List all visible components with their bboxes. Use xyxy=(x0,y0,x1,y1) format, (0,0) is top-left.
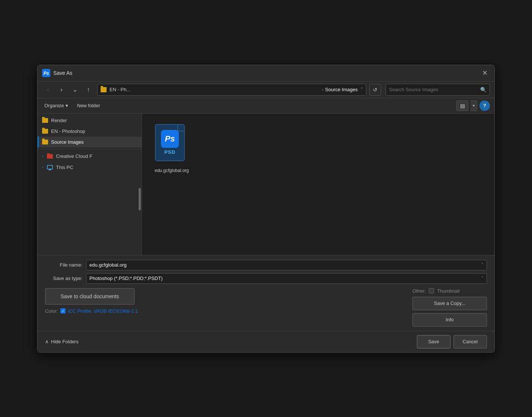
bottom-area: File name: edu.gcfglobal.org ˅ Save as t… xyxy=(38,255,494,331)
back-button[interactable]: ‹ xyxy=(42,84,54,96)
sidebar-separator xyxy=(38,149,142,149)
color-label: Color: xyxy=(45,308,58,314)
main-area: Render EN - Photoshop Source Images › xyxy=(38,114,494,255)
filename-dropdown-icon: ˅ xyxy=(481,262,484,267)
svg-rect-2 xyxy=(47,154,53,159)
folder-icon xyxy=(42,118,48,123)
save-button[interactable]: Save xyxy=(417,335,450,348)
svg-rect-4 xyxy=(47,165,53,169)
filename-label: File name: xyxy=(45,262,86,268)
sidebar-item-label: EN - Photoshop xyxy=(51,128,85,134)
forward-button[interactable]: › xyxy=(56,84,67,96)
toolbar-right: ▤ ▾ ? xyxy=(456,101,490,111)
savetype-row: Save as type: Photoshop (*.PSD;*.PDD;*.P… xyxy=(45,273,487,284)
svg-text:Ps: Ps xyxy=(44,71,49,76)
view-dropdown-button[interactable]: ▾ xyxy=(471,101,477,111)
sidebar-item-render[interactable]: Render xyxy=(38,115,142,126)
organize-chevron: ▾ xyxy=(66,103,68,108)
corner-fold xyxy=(177,125,184,131)
save-cloud-label: Save to cloud documents xyxy=(60,293,119,299)
recent-locations-button[interactable]: ⌄ xyxy=(69,84,81,96)
organize-button[interactable]: Organize ▾ xyxy=(42,101,70,110)
bottom-right: Other: Thumbnail Save a Copy... Info xyxy=(412,288,487,327)
save-as-dialog: Ps Save As ✕ ‹ › ⌄ ↑ EN - Ph... › Source… xyxy=(37,65,495,353)
new-folder-button[interactable]: New folder xyxy=(75,101,102,110)
other-label: Other: xyxy=(412,288,426,294)
svg-rect-6 xyxy=(48,170,51,170)
close-button[interactable]: ✕ xyxy=(479,68,490,78)
navigation-bar: ‹ › ⌄ ↑ EN - Ph... › Source Images ˅ ↺ 🔍 xyxy=(38,82,494,98)
color-profile-text: ICC Profile: sRGB IEC61966-2.1 xyxy=(68,308,138,314)
filename-value: edu.gcfglobal.org xyxy=(89,262,127,268)
breadcrumb-folder-icon xyxy=(101,87,107,92)
hide-folders-button[interactable]: ∧ Hide Folders xyxy=(45,339,79,344)
ps-app-icon: Ps xyxy=(42,69,50,77)
save-copy-button[interactable]: Save a Copy... xyxy=(412,297,487,310)
psd-file-icon: Ps PSD xyxy=(155,124,189,165)
save-copy-label: Save a Copy... xyxy=(434,300,465,306)
sidebar-item-label: Source Images xyxy=(51,139,83,145)
sidebar-item-this-pc[interactable]: › This PC xyxy=(38,162,142,173)
cancel-button[interactable]: Cancel xyxy=(453,335,487,348)
scrollbar-thumb[interactable] xyxy=(139,188,141,210)
filename-input[interactable]: edu.gcfglobal.org ˅ xyxy=(86,260,487,270)
info-label: Info xyxy=(446,317,454,322)
expand-icon: › xyxy=(42,154,43,158)
cc-folder-icon xyxy=(47,153,53,159)
breadcrumb-current: Source Images xyxy=(325,87,358,92)
color-checkbox[interactable]: ✓ xyxy=(60,308,66,313)
folder-icon xyxy=(42,129,48,134)
footer: ∧ Hide Folders Save Cancel xyxy=(38,331,494,352)
view-button[interactable]: ▤ xyxy=(456,101,468,111)
ps-logo-text: Ps xyxy=(165,134,175,144)
up-button[interactable]: ↑ xyxy=(82,84,94,96)
breadcrumb-bar[interactable]: EN - Ph... › Source Images ˅ xyxy=(97,84,366,96)
sidebar-item-en-photoshop[interactable]: EN - Photoshop xyxy=(38,126,142,137)
thumbnail-checkbox[interactable] xyxy=(429,288,434,293)
info-button[interactable]: Info xyxy=(412,313,487,327)
hide-folders-label: Hide Folders xyxy=(51,339,79,344)
sidebar-item-creative-cloud[interactable]: › Creative Cloud F xyxy=(38,151,142,162)
breadcrumb-separator: › xyxy=(322,87,323,92)
help-button[interactable]: ? xyxy=(479,101,490,111)
other-row: Other: Thumbnail xyxy=(412,288,460,294)
filename-row: File name: edu.gcfglobal.org ˅ xyxy=(45,260,487,270)
search-input[interactable] xyxy=(389,87,478,92)
sidebar-item-label: Creative Cloud F xyxy=(56,153,92,159)
savetype-input[interactable]: Photoshop (*.PSD;*.PDD;*.PSDT) ˅ xyxy=(86,273,487,284)
bottom-controls: Save to cloud documents Color: ✓ ICC Pro… xyxy=(45,288,487,327)
sidebar-item-source-images[interactable]: Source Images xyxy=(38,137,142,147)
ps-logo: Ps xyxy=(161,130,179,148)
toolbar: Organize ▾ New folder ▤ ▾ ? xyxy=(38,98,494,114)
hide-folders-chevron: ∧ xyxy=(45,339,49,344)
titlebar: Ps Save As ✕ xyxy=(38,65,494,82)
thumbnail-label: Thumbnail xyxy=(437,288,460,294)
savetype-label: Save as type: xyxy=(45,276,86,281)
new-folder-label: New folder xyxy=(77,103,100,108)
refresh-button[interactable]: ↺ xyxy=(369,84,381,96)
checkbox-checkmark: ✓ xyxy=(61,309,64,313)
file-name-label: edu.gcfglobal.org xyxy=(155,168,189,174)
save-label: Save xyxy=(428,339,439,344)
cancel-label: Cancel xyxy=(463,339,478,344)
svg-rect-3 xyxy=(47,153,50,155)
savetype-value: Photoshop (*.PSD;*.PDD;*.PSDT) xyxy=(89,276,163,281)
expand-icon: › xyxy=(42,165,43,169)
svg-rect-5 xyxy=(49,169,51,170)
organize-label: Organize xyxy=(44,103,64,108)
sidebar-item-label: Render xyxy=(51,118,67,123)
file-item[interactable]: Ps PSD edu.gcfglobal.org xyxy=(149,121,194,177)
sidebar: Render EN - Photoshop Source Images › xyxy=(38,114,142,255)
file-area: Ps PSD edu.gcfglobal.org xyxy=(142,114,494,255)
dialog-title: Save As xyxy=(53,70,72,76)
save-cloud-button[interactable]: Save to cloud documents xyxy=(45,288,134,305)
breadcrumb-dropdown-icon: ˅ xyxy=(361,87,363,92)
bottom-left: Save to cloud documents Color: ✓ ICC Pro… xyxy=(45,288,138,314)
breadcrumb-parent: EN - Ph... xyxy=(110,87,320,92)
toolbar-left: Organize ▾ New folder xyxy=(42,101,102,110)
footer-right: Save Cancel xyxy=(417,335,487,348)
titlebar-left: Ps Save As xyxy=(42,69,72,77)
psd-type-label: PSD xyxy=(164,149,175,155)
folder-icon xyxy=(42,140,48,144)
search-icon: 🔍 xyxy=(480,87,487,93)
